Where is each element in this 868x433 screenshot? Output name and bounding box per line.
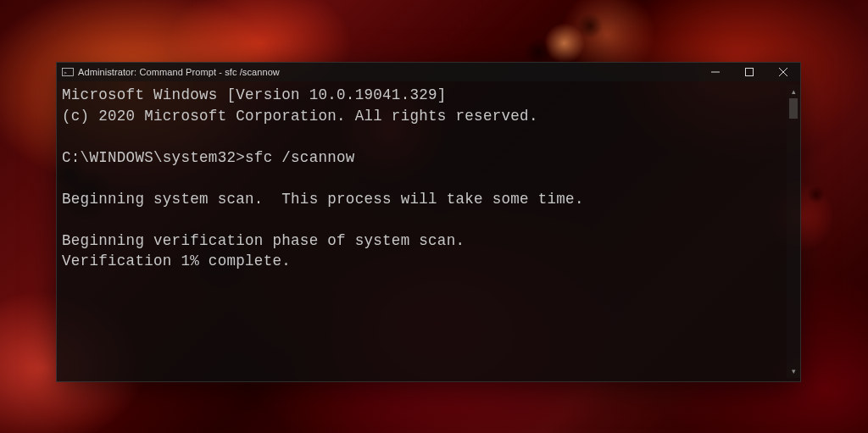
scroll-thumb[interactable] — [789, 98, 798, 119]
command-prompt-window: >_ Administrator: Command Prompt - sfc /… — [56, 62, 801, 382]
minimize-button[interactable] — [698, 63, 732, 81]
vertical-scrollbar[interactable]: ▴ ▾ — [787, 85, 800, 378]
window-title: Administrator: Command Prompt - sfc /sca… — [78, 67, 280, 77]
terminal-output: Microsoft Windows [Version 10.0.19041.32… — [62, 85, 787, 378]
maximize-button[interactable] — [732, 63, 766, 81]
close-button[interactable] — [766, 63, 800, 81]
scroll-up-arrow[interactable]: ▴ — [787, 85, 800, 98]
scroll-down-arrow[interactable]: ▾ — [787, 364, 800, 378]
window-titlebar[interactable]: >_ Administrator: Command Prompt - sfc /… — [57, 63, 800, 81]
terminal-body[interactable]: Microsoft Windows [Version 10.0.19041.32… — [57, 81, 800, 381]
cmd-icon: >_ — [62, 68, 74, 76]
svg-rect-3 — [746, 69, 754, 76]
svg-text:>_: >_ — [64, 69, 70, 76]
